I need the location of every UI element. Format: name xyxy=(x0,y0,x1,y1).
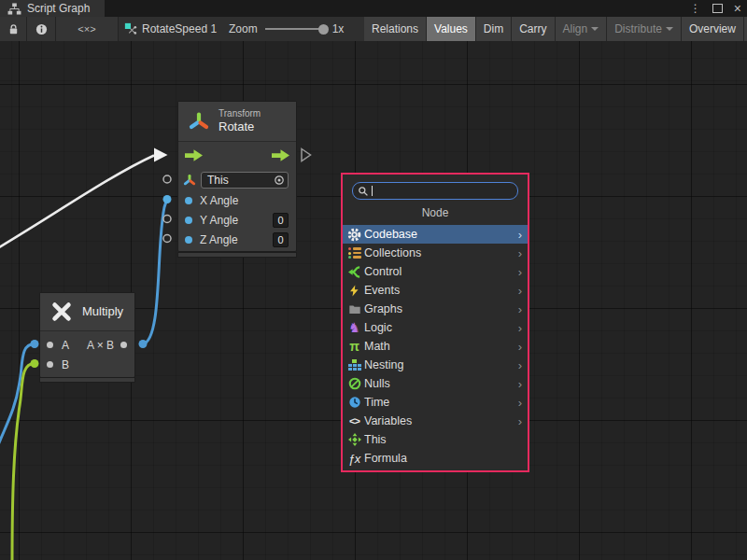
chevron-right-icon: › xyxy=(518,229,522,241)
finder-item-time[interactable]: Time › xyxy=(343,393,528,412)
finder-search-field[interactable] xyxy=(352,182,518,200)
object-picker-icon[interactable] xyxy=(274,175,285,186)
relations-label: Relations xyxy=(372,22,418,35)
flow-output-arrow-port[interactable] xyxy=(302,149,311,161)
finder-item-this[interactable]: This xyxy=(343,430,528,449)
multiply-a-port[interactable] xyxy=(47,342,53,348)
lock-button[interactable] xyxy=(0,17,27,41)
unity-script-graph-window: Script Graph ⋮ × <×> RotateSpeed 1 Zoom … xyxy=(0,0,747,560)
rotate-node-header[interactable]: Transform Rotate xyxy=(178,102,296,142)
code-preview-button[interactable]: <×> xyxy=(56,17,119,41)
finder-item-logic[interactable]: ♞ Logic › xyxy=(343,318,528,337)
finder-item-label: Logic xyxy=(364,321,518,334)
finder-item-variables[interactable]: <> Variables › xyxy=(343,412,528,430)
overview-button[interactable]: Overview xyxy=(682,17,744,41)
multiply-node[interactable]: Multiply A A × B B xyxy=(39,292,135,378)
finder-item-codebase[interactable]: Codebase › xyxy=(343,225,528,244)
multiply-a-external-port[interactable] xyxy=(31,340,39,348)
chevron-down-icon xyxy=(591,27,599,31)
dim-button[interactable]: Dim xyxy=(476,17,512,41)
multiply-result-external-port[interactable] xyxy=(139,340,148,348)
finder-item-collections[interactable]: Collections › xyxy=(343,244,528,262)
zoom-label: Zoom xyxy=(229,22,258,35)
chevron-right-icon: › xyxy=(518,341,522,353)
search-icon xyxy=(358,186,369,197)
chevron-down-icon xyxy=(666,27,673,31)
nested-graph-icon xyxy=(346,357,362,372)
y-angle-external-port[interactable] xyxy=(163,216,171,223)
tab-bar: Script Graph ⋮ × xyxy=(0,0,747,17)
x-angle-port[interactable] xyxy=(185,197,192,204)
graph-canvas[interactable]: Transform Rotate This X Angle xyxy=(0,41,747,560)
rotate-node[interactable]: Transform Rotate This X Angle xyxy=(177,101,297,252)
chevron-right-icon: › xyxy=(518,247,522,259)
z-angle-port[interactable] xyxy=(185,236,192,244)
lock-icon xyxy=(7,23,20,35)
multiply-node-header[interactable]: Multiply xyxy=(40,293,134,331)
maximize-icon[interactable] xyxy=(712,4,723,13)
node-title: Multiply xyxy=(82,304,123,319)
finder-item-nulls[interactable]: Nulls › xyxy=(343,374,528,393)
tab-script-graph[interactable]: Script Graph xyxy=(0,0,105,17)
flow-out-arrow-icon[interactable] xyxy=(272,149,289,161)
fx-icon: ƒx xyxy=(346,451,362,466)
chevron-right-icon: › xyxy=(518,397,522,409)
finder-item-label: Codebase xyxy=(364,228,518,241)
chevron-right-icon: › xyxy=(518,303,522,315)
finder-item-math[interactable]: π Math › xyxy=(343,337,528,356)
breadcrumb[interactable]: RotateSpeed 1 xyxy=(124,17,217,41)
chevron-right-icon: › xyxy=(518,266,522,278)
zoom-slider[interactable] xyxy=(265,28,325,30)
graph-asset-icon xyxy=(124,22,137,35)
finder-item-control[interactable]: Control › xyxy=(343,262,528,281)
x-angle-row: X Angle xyxy=(178,190,296,210)
lightning-icon xyxy=(346,283,362,298)
zoom-slider-handle[interactable] xyxy=(318,24,329,35)
finder-item-label: This xyxy=(364,433,525,446)
flow-wire xyxy=(0,156,154,251)
transform-axis-icon xyxy=(188,110,210,133)
align-dropdown[interactable]: Align xyxy=(556,17,608,41)
distribute-dropdown[interactable]: Distribute xyxy=(607,17,682,41)
values-label: Values xyxy=(434,22,468,35)
finder-item-label: Nesting xyxy=(364,358,518,371)
finder-item-nesting[interactable]: Nesting › xyxy=(343,356,528,374)
z-angle-external-port[interactable] xyxy=(163,235,171,243)
this-external-port[interactable] xyxy=(163,175,171,183)
info-button[interactable] xyxy=(27,17,56,41)
y-angle-input[interactable]: 0 xyxy=(273,213,289,228)
z-angle-input[interactable]: 0 xyxy=(273,232,289,247)
relations-button[interactable]: Relations xyxy=(364,17,427,41)
multiply-b-port[interactable] xyxy=(47,361,53,368)
code-icon: <×> xyxy=(78,23,95,35)
dim-label: Dim xyxy=(484,22,503,35)
multiply-result-port[interactable] xyxy=(120,342,127,348)
multiply-x-icon xyxy=(49,300,74,324)
multiply-node-footer xyxy=(39,377,135,383)
breadcrumb-label: RotateSpeed 1 xyxy=(142,22,217,35)
node-category: Transform xyxy=(218,108,261,120)
finder-item-formula[interactable]: ƒx Formula xyxy=(343,449,528,468)
carry-button[interactable]: Carry xyxy=(512,17,555,41)
finder-item-graphs[interactable]: Graphs › xyxy=(343,300,528,318)
x-angle-external-port[interactable] xyxy=(163,195,172,203)
finder-header: Node xyxy=(343,206,528,219)
target-object-field[interactable]: This xyxy=(201,172,289,189)
y-angle-port[interactable] xyxy=(185,217,192,224)
value-wire-green xyxy=(12,364,35,560)
finder-item-label: Time xyxy=(364,396,518,409)
zoom-control: Zoom 1x xyxy=(229,17,344,41)
more-menu-icon[interactable]: ⋮ xyxy=(690,3,701,14)
finder-item-label: Events xyxy=(364,284,518,297)
close-icon[interactable]: × xyxy=(734,2,741,15)
flow-input-arrow-port[interactable] xyxy=(154,148,168,162)
overview-label: Overview xyxy=(689,22,736,35)
flow-in-arrow-icon[interactable] xyxy=(185,149,203,161)
multiply-b-external-port[interactable] xyxy=(31,359,39,368)
pi-icon: π xyxy=(346,339,362,354)
finder-item-label: Nulls xyxy=(364,377,518,390)
values-button[interactable]: Values xyxy=(427,17,476,41)
multiply-result-label: A × B xyxy=(87,339,114,352)
z-angle-row: Z Angle 0 xyxy=(178,230,296,249)
finder-item-events[interactable]: Events › xyxy=(343,281,528,300)
